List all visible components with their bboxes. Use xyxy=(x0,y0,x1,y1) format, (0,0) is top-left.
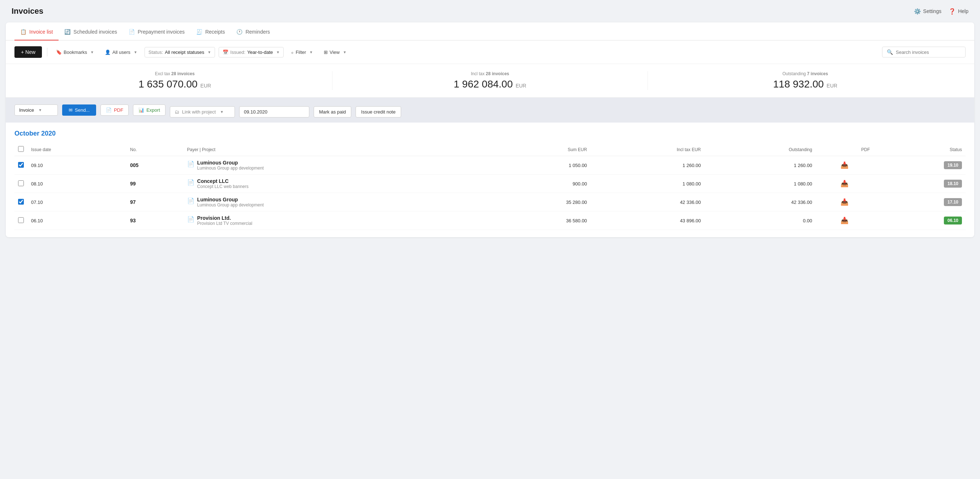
row-outstanding: 1 260.00 xyxy=(704,156,816,175)
link-project-dropdown[interactable]: 🗂 Link with project ▼ xyxy=(170,106,235,118)
date-input[interactable] xyxy=(239,106,309,118)
row-checkbox-2[interactable] xyxy=(18,199,24,205)
row-status: 06.10 xyxy=(873,212,966,230)
payer-name[interactable]: Luminous Group xyxy=(197,197,264,202)
tab-invoice-list[interactable]: 📋 Invoice list xyxy=(14,22,59,40)
payer-name[interactable]: Concept LLC xyxy=(197,178,248,184)
new-button[interactable]: + New xyxy=(14,46,42,58)
row-checkbox-1[interactable] xyxy=(18,180,24,186)
table-row: 06.10 93 📄 Provision Ltd. Provision Ltd … xyxy=(14,212,966,230)
chevron-down-icon-8: ▼ xyxy=(220,110,224,114)
search-input[interactable] xyxy=(896,49,961,55)
scheduled-icon: 🔄 xyxy=(64,29,70,35)
table-row: 07.10 97 📄 Luminous Group Luminous Group… xyxy=(14,193,966,212)
row-checkbox-cell xyxy=(14,156,27,175)
send-icon: ✉ xyxy=(68,107,73,113)
row-checkbox-3[interactable] xyxy=(18,217,24,223)
row-outstanding: 0.00 xyxy=(704,212,816,230)
document-icon: 📄 xyxy=(187,197,194,204)
reminders-icon: 🕐 xyxy=(236,29,242,35)
receipts-icon: 🧾 xyxy=(196,29,202,35)
app-header: Invoices ⚙️ Settings ❓ Help xyxy=(0,0,980,22)
mark-as-paid-button[interactable]: Mark as paid xyxy=(313,106,351,118)
row-pdf[interactable]: 📥 xyxy=(816,212,873,230)
row-incl-tax: 43 896.00 xyxy=(590,212,704,230)
tab-prepayment-invoices[interactable]: 📄 Prepayment invoices xyxy=(123,22,191,40)
col-pdf: PDF xyxy=(816,143,873,156)
folder-icon: 🗂 xyxy=(175,109,179,115)
calendar-icon: 📅 xyxy=(223,49,228,55)
chevron-down-icon-4: ▼ xyxy=(276,50,280,54)
tab-reminders[interactable]: 🕐 Reminders xyxy=(231,22,276,40)
row-status: 17.10 xyxy=(873,193,966,212)
toolbar-divider-1 xyxy=(47,48,47,56)
row-sum: 900.00 xyxy=(488,175,590,193)
status-badge: 18.10 xyxy=(944,180,962,188)
bookmarks-button[interactable]: 🔖 Bookmarks ▼ xyxy=(52,47,97,57)
payer-name[interactable]: Provision Ltd. xyxy=(197,215,253,221)
payer-project: Provision Ltd TV commercial xyxy=(197,221,253,226)
invoice-table: Issue date No. Payer | Project Sum EUR I… xyxy=(14,143,966,230)
row-incl-tax: 42 336.00 xyxy=(590,193,704,212)
row-checkbox-cell xyxy=(14,193,27,212)
row-payer: 📄 Luminous Group Luminous Group app deve… xyxy=(184,156,488,175)
gear-icon: ⚙️ xyxy=(914,8,921,15)
row-checkbox-cell xyxy=(14,175,27,193)
payer-project: Luminous Group app development xyxy=(197,166,264,170)
issue-credit-note-button[interactable]: Issue credit note xyxy=(356,106,401,118)
payer-project: Concept LLC web banners xyxy=(197,184,248,189)
settings-button[interactable]: ⚙️ Settings xyxy=(914,8,942,15)
select-all-checkbox[interactable] xyxy=(18,146,24,152)
pdf-download-icon[interactable]: 📥 xyxy=(840,162,848,169)
row-pdf[interactable]: 📥 xyxy=(816,175,873,193)
pdf-button[interactable]: 📄 PDF xyxy=(100,105,129,116)
tab-receipts[interactable]: 🧾 Receipts xyxy=(191,22,231,40)
tab-scheduled-invoices[interactable]: 🔄 Scheduled invoices xyxy=(59,22,123,40)
summary-excl-tax: Excl tax 28 invoices 1 635 070.00 EUR xyxy=(18,71,332,90)
all-users-button[interactable]: 👤 All users ▼ xyxy=(101,47,141,57)
issued-filter[interactable]: 📅 Issued: Year-to-date ▼ xyxy=(219,47,284,57)
row-payer: 📄 Luminous Group Luminous Group app deve… xyxy=(184,193,488,212)
payer-project: Luminous Group app development xyxy=(197,202,264,207)
pdf-download-icon[interactable]: 📥 xyxy=(840,199,848,206)
col-issue-date: Issue date xyxy=(27,143,126,156)
row-outstanding: 42 336.00 xyxy=(704,193,816,212)
row-number: 97 xyxy=(126,193,184,212)
row-issue-date: 09.10 xyxy=(27,156,126,175)
row-issue-date: 08.10 xyxy=(27,175,126,193)
row-payer: 📄 Concept LLC Concept LLC web banners xyxy=(184,175,488,193)
pdf-download-icon[interactable]: 📥 xyxy=(840,217,848,224)
chevron-down-icon-7: ▼ xyxy=(38,108,42,112)
document-icon: 📄 xyxy=(187,161,194,167)
tabs-bar: 📋 Invoice list 🔄 Scheduled invoices 📄 Pr… xyxy=(6,22,974,40)
view-button[interactable]: ⊞ View ▼ xyxy=(320,47,350,57)
main-card: 📋 Invoice list 🔄 Scheduled invoices 📄 Pr… xyxy=(6,22,974,237)
export-button[interactable]: 📊 Export xyxy=(133,105,165,116)
help-button[interactable]: ❓ Help xyxy=(948,8,969,15)
payer-name[interactable]: Luminous Group xyxy=(197,160,264,166)
search-box: 🔍 xyxy=(882,47,966,57)
invoice-type-dropdown[interactable]: Invoice ▼ xyxy=(14,105,58,116)
action-bar: Invoice ▼ ✉ Send... 📄 PDF 📊 Export 🗂 Lin… xyxy=(6,98,974,123)
filter-icon: ⬦ xyxy=(291,49,294,55)
pdf-icon: 📄 xyxy=(106,107,112,113)
send-button[interactable]: ✉ Send... xyxy=(62,105,96,116)
chevron-down-icon-2: ▼ xyxy=(134,50,137,54)
document-icon: 📄 xyxy=(187,179,194,186)
row-number: 005 xyxy=(126,156,184,175)
col-status: Status xyxy=(873,143,966,156)
view-icon: ⊞ xyxy=(324,49,328,55)
row-checkbox-0[interactable] xyxy=(18,162,24,168)
pdf-download-icon[interactable]: 📥 xyxy=(840,180,848,187)
col-checkbox xyxy=(14,143,27,156)
status-filter[interactable]: Status: All receipt statuses ▼ xyxy=(145,47,215,57)
row-issue-date: 07.10 xyxy=(27,193,126,212)
filter-button[interactable]: ⬦ Filter ▼ xyxy=(287,47,317,57)
search-icon: 🔍 xyxy=(887,49,893,55)
row-incl-tax: 1 260.00 xyxy=(590,156,704,175)
table-row: 09.10 005 📄 Luminous Group Luminous Grou… xyxy=(14,156,966,175)
row-pdf[interactable]: 📥 xyxy=(816,193,873,212)
summary-outstanding: Outstanding 7 invoices 118 932.00 EUR xyxy=(648,71,963,90)
row-issue-date: 06.10 xyxy=(27,212,126,230)
row-pdf[interactable]: 📥 xyxy=(816,156,873,175)
